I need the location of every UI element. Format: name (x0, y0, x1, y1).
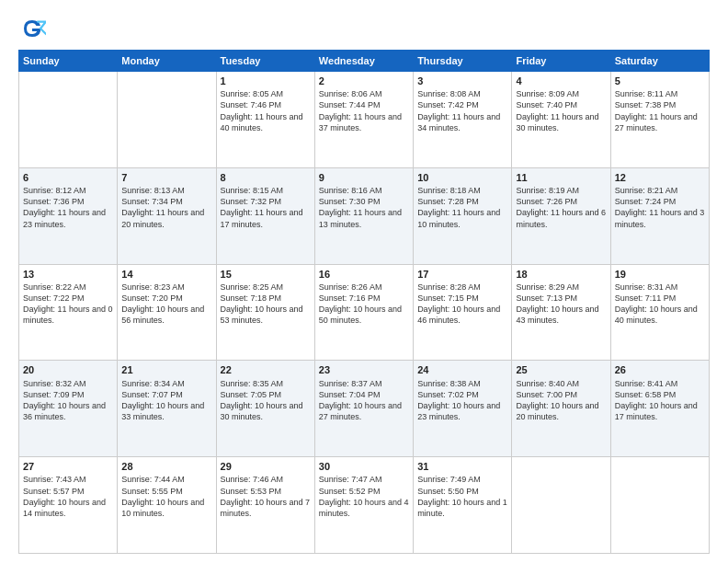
calendar-header-sunday: Sunday (19, 51, 118, 72)
calendar-cell: 27Sunrise: 7:43 AM Sunset: 5:57 PM Dayli… (19, 457, 118, 554)
day-info: Sunrise: 8:19 AM Sunset: 7:26 PM Dayligh… (516, 185, 606, 230)
day-number: 28 (121, 460, 211, 473)
day-info: Sunrise: 8:15 AM Sunset: 7:32 PM Dayligh… (221, 185, 311, 230)
day-number: 3 (417, 75, 507, 87)
calendar-cell: 7Sunrise: 8:13 AM Sunset: 7:34 PM Daylig… (118, 167, 216, 264)
logo-icon (18, 15, 46, 42)
day-info: Sunrise: 8:16 AM Sunset: 7:30 PM Dayligh… (319, 185, 409, 230)
day-number: 4 (516, 75, 606, 87)
calendar-cell: 17Sunrise: 8:28 AM Sunset: 7:15 PM Dayli… (414, 264, 512, 361)
day-info: Sunrise: 8:29 AM Sunset: 7:13 PM Dayligh… (516, 282, 606, 327)
calendar-cell: 12Sunrise: 8:21 AM Sunset: 7:24 PM Dayli… (610, 167, 709, 264)
calendar-cell: 23Sunrise: 8:37 AM Sunset: 7:04 PM Dayli… (314, 361, 413, 457)
day-info: Sunrise: 8:34 AM Sunset: 7:07 PM Dayligh… (121, 378, 211, 423)
day-number: 2 (319, 75, 409, 87)
day-info: Sunrise: 8:11 AM Sunset: 7:38 PM Dayligh… (615, 88, 705, 133)
calendar-cell: 9Sunrise: 8:16 AM Sunset: 7:30 PM Daylig… (314, 167, 413, 264)
calendar-header-thursday: Thursday (414, 51, 512, 72)
calendar-cell: 16Sunrise: 8:26 AM Sunset: 7:16 PM Dayli… (314, 264, 413, 361)
day-info: Sunrise: 8:32 AM Sunset: 7:09 PM Dayligh… (23, 378, 113, 423)
calendar-cell: 22Sunrise: 8:35 AM Sunset: 7:05 PM Dayli… (216, 361, 314, 457)
calendar-cell: 25Sunrise: 8:40 AM Sunset: 7:00 PM Dayli… (512, 361, 610, 457)
day-number: 5 (615, 75, 705, 87)
day-info: Sunrise: 8:28 AM Sunset: 7:15 PM Dayligh… (417, 282, 507, 327)
calendar-cell: 5Sunrise: 8:11 AM Sunset: 7:38 PM Daylig… (610, 72, 709, 168)
calendar-week-2: 13Sunrise: 8:22 AM Sunset: 7:22 PM Dayli… (19, 264, 710, 361)
calendar-cell: 14Sunrise: 8:23 AM Sunset: 7:20 PM Dayli… (118, 264, 216, 361)
calendar-cell: 31Sunrise: 7:49 AM Sunset: 5:50 PM Dayli… (414, 457, 512, 554)
calendar-cell: 2Sunrise: 8:06 AM Sunset: 7:44 PM Daylig… (314, 72, 413, 168)
day-number: 16 (319, 268, 409, 281)
calendar-cell: 19Sunrise: 8:31 AM Sunset: 7:11 PM Dayli… (610, 264, 709, 361)
day-info: Sunrise: 8:06 AM Sunset: 7:44 PM Dayligh… (319, 88, 409, 133)
calendar-week-4: 27Sunrise: 7:43 AM Sunset: 5:57 PM Dayli… (19, 457, 710, 554)
day-number: 14 (121, 268, 211, 281)
day-info: Sunrise: 7:44 AM Sunset: 5:55 PM Dayligh… (121, 474, 211, 519)
calendar-cell: 1Sunrise: 8:05 AM Sunset: 7:46 PM Daylig… (216, 72, 314, 168)
day-number: 29 (221, 460, 311, 473)
day-info: Sunrise: 8:37 AM Sunset: 7:04 PM Dayligh… (319, 378, 409, 423)
calendar-header-saturday: Saturday (610, 51, 709, 72)
day-number: 22 (221, 363, 311, 376)
day-number: 30 (319, 460, 409, 473)
day-info: Sunrise: 8:18 AM Sunset: 7:28 PM Dayligh… (417, 185, 507, 230)
day-number: 12 (615, 171, 705, 184)
day-info: Sunrise: 7:46 AM Sunset: 5:53 PM Dayligh… (221, 474, 311, 519)
day-number: 11 (516, 171, 606, 184)
calendar-header-row: SundayMondayTuesdayWednesdayThursdayFrid… (19, 51, 710, 72)
calendar-cell (19, 72, 118, 168)
day-number: 10 (417, 171, 507, 184)
logo (18, 15, 50, 42)
day-number: 20 (23, 363, 113, 376)
day-info: Sunrise: 8:38 AM Sunset: 7:02 PM Dayligh… (417, 378, 507, 423)
day-number: 15 (221, 268, 311, 281)
calendar-cell: 20Sunrise: 8:32 AM Sunset: 7:09 PM Dayli… (19, 361, 118, 457)
calendar-cell: 29Sunrise: 7:46 AM Sunset: 5:53 PM Dayli… (216, 457, 314, 554)
calendar-cell: 6Sunrise: 8:12 AM Sunset: 7:36 PM Daylig… (19, 167, 118, 264)
day-info: Sunrise: 7:49 AM Sunset: 5:50 PM Dayligh… (417, 474, 507, 519)
calendar-cell (118, 72, 216, 168)
calendar-header-wednesday: Wednesday (314, 51, 413, 72)
day-number: 18 (516, 268, 606, 281)
day-number: 6 (23, 171, 113, 184)
calendar-cell: 26Sunrise: 8:41 AM Sunset: 6:58 PM Dayli… (610, 361, 709, 457)
day-number: 8 (221, 171, 311, 184)
day-number: 27 (23, 460, 113, 473)
day-number: 9 (319, 171, 409, 184)
calendar-cell: 11Sunrise: 8:19 AM Sunset: 7:26 PM Dayli… (512, 167, 610, 264)
day-info: Sunrise: 8:23 AM Sunset: 7:20 PM Dayligh… (121, 282, 211, 327)
day-number: 1 (221, 75, 311, 87)
day-number: 31 (417, 460, 507, 473)
calendar-cell: 24Sunrise: 8:38 AM Sunset: 7:02 PM Dayli… (414, 361, 512, 457)
calendar-cell: 15Sunrise: 8:25 AM Sunset: 7:18 PM Dayli… (216, 264, 314, 361)
day-number: 26 (615, 363, 705, 376)
calendar-header-friday: Friday (512, 51, 610, 72)
day-info: Sunrise: 8:26 AM Sunset: 7:16 PM Dayligh… (319, 282, 409, 327)
calendar-cell: 28Sunrise: 7:44 AM Sunset: 5:55 PM Dayli… (118, 457, 216, 554)
day-number: 13 (23, 268, 113, 281)
day-number: 17 (417, 268, 507, 281)
calendar-cell: 18Sunrise: 8:29 AM Sunset: 7:13 PM Dayli… (512, 264, 610, 361)
day-info: Sunrise: 8:08 AM Sunset: 7:42 PM Dayligh… (417, 88, 507, 133)
calendar-week-3: 20Sunrise: 8:32 AM Sunset: 7:09 PM Dayli… (19, 361, 710, 457)
day-info: Sunrise: 8:41 AM Sunset: 6:58 PM Dayligh… (615, 378, 705, 423)
day-number: 25 (516, 363, 606, 376)
day-number: 23 (319, 363, 409, 376)
day-info: Sunrise: 8:13 AM Sunset: 7:34 PM Dayligh… (121, 185, 211, 230)
calendar-header-tuesday: Tuesday (216, 51, 314, 72)
day-info: Sunrise: 7:43 AM Sunset: 5:57 PM Dayligh… (23, 474, 113, 519)
day-info: Sunrise: 7:47 AM Sunset: 5:52 PM Dayligh… (319, 474, 409, 519)
day-info: Sunrise: 8:21 AM Sunset: 7:24 PM Dayligh… (615, 185, 705, 230)
calendar-cell: 21Sunrise: 8:34 AM Sunset: 7:07 PM Dayli… (118, 361, 216, 457)
calendar-header-monday: Monday (118, 51, 216, 72)
calendar-cell: 13Sunrise: 8:22 AM Sunset: 7:22 PM Dayli… (19, 264, 118, 361)
day-info: Sunrise: 8:31 AM Sunset: 7:11 PM Dayligh… (615, 282, 705, 327)
calendar-cell (512, 457, 610, 554)
day-number: 19 (615, 268, 705, 281)
calendar-week-0: 1Sunrise: 8:05 AM Sunset: 7:46 PM Daylig… (19, 72, 710, 168)
day-info: Sunrise: 8:05 AM Sunset: 7:46 PM Dayligh… (221, 88, 311, 133)
day-info: Sunrise: 8:22 AM Sunset: 7:22 PM Dayligh… (23, 282, 113, 327)
day-number: 7 (121, 171, 211, 184)
day-info: Sunrise: 8:25 AM Sunset: 7:18 PM Dayligh… (221, 282, 311, 327)
calendar-cell: 10Sunrise: 8:18 AM Sunset: 7:28 PM Dayli… (414, 167, 512, 264)
